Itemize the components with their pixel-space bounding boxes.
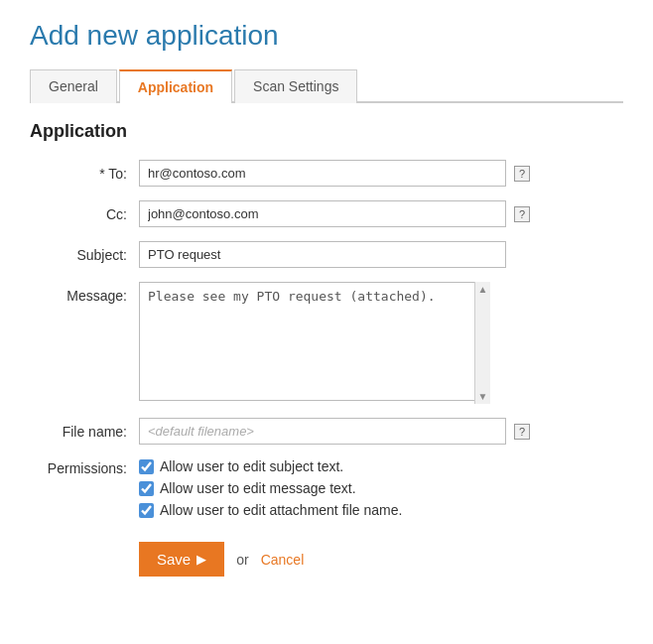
footer-row: Save ▶ or Cancel (139, 542, 623, 577)
to-label: * To: (30, 160, 139, 182)
tab-general[interactable]: General (30, 69, 117, 103)
message-textarea-wrap: ▲ ▼ (139, 282, 490, 404)
message-field[interactable] (139, 282, 490, 401)
section-title: Application (30, 121, 623, 142)
subject-input-wrap (139, 241, 623, 268)
permissions-row: Permissions: Allow user to edit subject … (30, 458, 623, 518)
filename-help-icon[interactable]: ? (514, 424, 530, 440)
subject-row: Subject: (30, 241, 623, 268)
cc-field[interactable] (139, 200, 506, 227)
page-title: Add new application (30, 20, 623, 52)
cc-row: Cc: ? (30, 200, 623, 227)
scroll-up-icon[interactable]: ▲ (478, 284, 488, 295)
cc-label: Cc: (30, 200, 139, 222)
message-scrollbar[interactable]: ▲ ▼ (474, 282, 490, 404)
tab-scan-settings[interactable]: Scan Settings (234, 69, 357, 103)
perm1-checkbox[interactable] (139, 459, 154, 474)
message-input-wrap: ▲ ▼ (139, 282, 623, 404)
to-field[interactable] (139, 160, 506, 187)
to-input-wrap: ? (139, 160, 623, 187)
save-label: Save (157, 551, 191, 568)
message-label: Message: (30, 282, 139, 304)
to-row: * To: ? (30, 160, 623, 187)
filename-input-wrap: ? (139, 418, 623, 445)
filename-label: File name: (30, 418, 139, 440)
cc-input-wrap: ? (139, 200, 623, 227)
permissions-list: Allow user to edit subject text. Allow u… (139, 458, 402, 518)
filename-row: File name: ? (30, 418, 623, 445)
cc-help-icon[interactable]: ? (514, 206, 530, 222)
save-arrow-icon: ▶ (196, 552, 206, 567)
scroll-down-icon[interactable]: ▼ (478, 391, 488, 402)
perm3-checkbox[interactable] (139, 503, 154, 518)
perm1-label: Allow user to edit subject text. (160, 458, 343, 474)
tab-application[interactable]: Application (119, 69, 232, 103)
perm1-item[interactable]: Allow user to edit subject text. (139, 458, 402, 474)
to-help-icon[interactable]: ? (514, 166, 530, 182)
perm2-label: Allow user to edit message text. (160, 480, 356, 496)
cancel-button[interactable]: Cancel (261, 552, 305, 568)
message-row: Message: ▲ ▼ (30, 282, 623, 404)
filename-field[interactable] (139, 418, 506, 445)
perm3-item[interactable]: Allow user to edit attachment file name. (139, 502, 402, 518)
or-text: or (236, 552, 248, 568)
perm3-label: Allow user to edit attachment file name. (160, 502, 402, 518)
tabs-container: General Application Scan Settings (30, 67, 623, 103)
save-button[interactable]: Save ▶ (139, 542, 224, 577)
perm2-checkbox[interactable] (139, 481, 154, 496)
subject-field[interactable] (139, 241, 506, 268)
perm2-item[interactable]: Allow user to edit message text. (139, 480, 402, 496)
subject-label: Subject: (30, 241, 139, 263)
permissions-label: Permissions: (30, 458, 139, 476)
